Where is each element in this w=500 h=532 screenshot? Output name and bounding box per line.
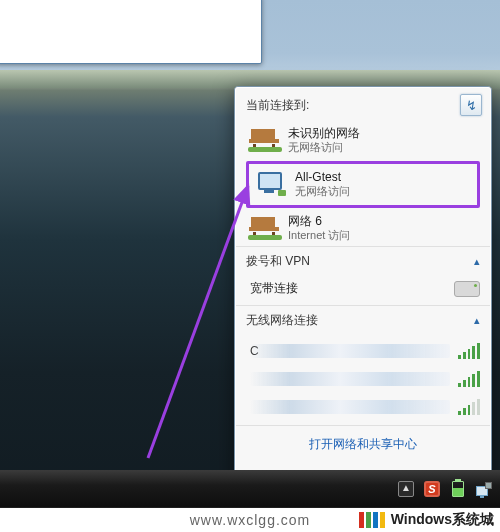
ime-sogou-icon[interactable] xyxy=(424,481,440,497)
flyout-header: 当前连接到: ↯ xyxy=(236,88,490,120)
annotation-highlight-box: All-Gtest 无网络访问 xyxy=(246,161,480,208)
signal-icon xyxy=(458,343,480,359)
flyout-title: 当前连接到: xyxy=(246,97,460,114)
section-label: 拨号和 VPN xyxy=(246,253,474,270)
signal-icon xyxy=(458,371,480,387)
bench-icon xyxy=(248,214,280,242)
connection-status: 无网络访问 xyxy=(288,141,360,155)
wifi-ssid xyxy=(250,400,450,414)
section-dial-vpn[interactable]: 拨号和 VPN ▴ xyxy=(236,246,490,276)
system-tray: ▲ xyxy=(398,470,496,508)
connection-item-all-gtest[interactable]: All-Gtest 无网络访问 xyxy=(251,166,475,203)
wifi-item[interactable] xyxy=(248,365,482,393)
connection-texts: 未识别的网络 无网络访问 xyxy=(288,126,360,155)
section-label: 无线网络连接 xyxy=(246,312,474,329)
wifi-ssid xyxy=(250,372,450,386)
connection-status: 无网络访问 xyxy=(295,185,350,199)
connection-texts: 网络 6 Internet 访问 xyxy=(288,214,350,243)
connection-item-network6[interactable]: 网络 6 Internet 访问 xyxy=(244,210,482,247)
wifi-list: C xyxy=(236,335,490,425)
connection-name: All-Gtest xyxy=(295,170,350,185)
connection-name: 网络 6 xyxy=(288,214,350,229)
open-network-center-link[interactable]: 打开网络和共享中心 xyxy=(309,437,417,451)
wifi-item[interactable]: C xyxy=(248,337,482,365)
taskbar: ▲ xyxy=(0,470,500,508)
refresh-icon: ↯ xyxy=(466,98,477,113)
wifi-item[interactable] xyxy=(248,393,482,421)
connection-name: 未识别的网络 xyxy=(288,126,360,141)
network-flyout: 当前连接到: ↯ 未识别的网络 无网络访问 xyxy=(234,86,492,486)
chevron-up-icon: ▴ xyxy=(474,314,480,327)
modem-icon xyxy=(454,281,480,297)
battery-icon[interactable] xyxy=(450,481,466,497)
bench-icon xyxy=(248,126,280,154)
windows-logo-icon xyxy=(359,512,385,528)
watermark-brand: Windows系统城 xyxy=(391,511,494,529)
watermark-strip: www.wxclgg.com Windows系统城 xyxy=(0,508,500,532)
network-flyout-inner: 当前连接到: ↯ 未识别的网络 无网络访问 xyxy=(235,87,491,485)
watermark-url: www.wxclgg.com xyxy=(190,512,311,528)
signal-icon xyxy=(458,399,480,415)
section-wifi[interactable]: 无线网络连接 ▴ xyxy=(236,305,490,335)
computer-icon xyxy=(255,170,287,198)
background-window-corner xyxy=(0,0,262,64)
refresh-button[interactable]: ↯ xyxy=(460,94,482,116)
connection-item-unknown[interactable]: 未识别的网络 无网络访问 xyxy=(244,122,482,159)
network-tray-icon[interactable] xyxy=(476,481,492,497)
chevron-up-icon: ▴ xyxy=(474,255,480,268)
current-connections-list: 未识别的网络 无网络访问 All-Gtest 无网络访问 xyxy=(236,120,490,246)
dial-item-broadband[interactable]: 宽带连接 xyxy=(236,276,490,305)
wifi-ssid: C xyxy=(250,344,450,358)
tray-overflow-button[interactable]: ▲ xyxy=(398,481,414,497)
connection-status: Internet 访问 xyxy=(288,229,350,243)
connection-texts: All-Gtest 无网络访问 xyxy=(295,170,350,199)
dial-item-label: 宽带连接 xyxy=(250,280,444,297)
screenshot-stage: { "flyout": { "header_title": "当前连接到:", … xyxy=(0,0,500,532)
flyout-footer: 打开网络和共享中心 xyxy=(236,425,490,463)
